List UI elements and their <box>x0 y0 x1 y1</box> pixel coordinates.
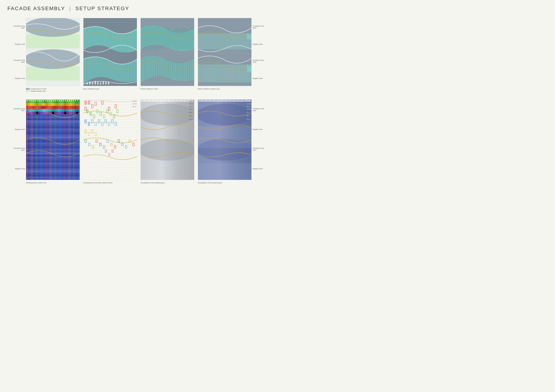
svg-rect-46 <box>105 82 106 85</box>
svg-rect-405 <box>45 100 46 101</box>
zone-label-2-transition1: Transition Zone"Eye" <box>8 108 25 111</box>
svg-rect-779 <box>198 126 252 148</box>
svg-point-660 <box>140 104 194 126</box>
svg-rect-635 <box>160 100 161 102</box>
svg-rect-638 <box>164 100 165 102</box>
svg-point-777 <box>198 104 252 126</box>
svg-rect-353 <box>26 118 80 120</box>
diagram-label-1-2: Basic subdivision grid <box>83 88 99 90</box>
svg-rect-623 <box>144 100 145 102</box>
svg-rect-362 <box>26 136 80 138</box>
svg-rect-765 <box>235 100 236 101</box>
svg-rect-415 <box>65 100 66 101</box>
svg-rect-275 <box>38 106 40 109</box>
svg-rect-773 <box>245 100 246 102</box>
svg-rect-378 <box>26 168 80 171</box>
svg-rect-368 <box>26 148 80 150</box>
svg-rect-649 <box>179 100 180 101</box>
svg-rect-42 <box>95 81 96 85</box>
diagram-label-2-4: Visualisation of the facade layout <box>198 182 222 184</box>
svg-rect-628 <box>151 100 152 101</box>
diagram-svg-2-1: 119.6 m 115.0 m 109 m 103.6 m 100 m 95 m… <box>26 100 80 180</box>
svg-rect-761 <box>229 100 230 102</box>
svg-rect-408 <box>51 100 52 101</box>
svg-text:100 m: 100 m <box>75 113 79 115</box>
svg-rect-393 <box>68 100 71 180</box>
label-2-2: Populating the Sets with module frames <box>83 182 137 184</box>
svg-rect-764 <box>233 100 234 102</box>
diagram-label-2-1: Distributing the module sets <box>26 182 46 184</box>
svg-rect-411 <box>57 100 58 101</box>
label-2-4: Visualisation of the facade layout <box>198 182 252 184</box>
svg-rect-127 <box>178 26 179 28</box>
diagram-label-1-4: Panels related to regular area <box>198 88 220 90</box>
svg-rect-403 <box>41 100 42 101</box>
zone-label-r2-transition1: Transition Zone"Eye" <box>253 108 269 111</box>
legend-text-regular: Regular facade area <box>30 90 46 92</box>
svg-rect-211 <box>247 65 248 72</box>
svg-rect-754 <box>220 100 221 101</box>
svg-rect-750 <box>215 100 216 101</box>
svg-rect-41 <box>92 82 93 85</box>
svg-rect-406 <box>47 100 48 101</box>
svg-rect-771 <box>243 100 244 101</box>
svg-rect-382 <box>26 177 80 178</box>
svg-rect-39 <box>87 82 88 85</box>
svg-rect-545 <box>87 110 88 113</box>
svg-rect-748 <box>212 100 213 101</box>
svg-rect-652 <box>183 100 184 101</box>
svg-rect-767 <box>237 100 238 102</box>
svg-rect-394 <box>73 100 75 180</box>
svg-rect-379 <box>26 171 80 172</box>
svg-text:90 m: 90 m <box>189 115 192 116</box>
cell-2-2: 119.6 m 115.0 m 109 m Populating the Set… <box>83 100 137 184</box>
svg-rect-772 <box>244 100 245 101</box>
label-2-3: Visualisation of the facade layout <box>140 182 194 184</box>
svg-rect-407 <box>49 100 50 101</box>
zone-label-r2-regular2: Regular Zone <box>253 168 269 170</box>
svg-rect-770 <box>241 100 242 102</box>
svg-point-3 <box>26 18 80 37</box>
svg-rect-329 <box>38 112 40 114</box>
cell-1-1: Transition Zone"Eye" Regular Zone Transi… <box>26 18 80 92</box>
svg-rect-644 <box>172 100 173 102</box>
svg-rect-641 <box>168 100 169 102</box>
svg-rect-412 <box>59 100 60 101</box>
svg-rect-762 <box>231 100 232 101</box>
zone-label-2-regular2: Regular Zone <box>8 168 25 170</box>
svg-rect-289 <box>66 106 68 109</box>
svg-rect-763 <box>232 100 233 101</box>
svg-rect-374 <box>26 160 80 163</box>
svg-rect-248 <box>38 103 40 106</box>
svg-text:90 m: 90 m <box>246 115 249 116</box>
svg-rect-125 <box>164 28 165 29</box>
svg-rect-399 <box>33 100 34 101</box>
svg-rect-742 <box>204 100 205 101</box>
diagram-svg-1-3 <box>140 18 194 86</box>
svg-rect-747 <box>211 100 212 101</box>
zone-label-r2-regular1: Regular Zone <box>253 128 269 130</box>
zone-label-r-regular2: Regular Zone <box>253 78 269 79</box>
svg-text:118.6 m: 118.6 m <box>246 100 251 102</box>
svg-rect-255 <box>52 103 54 106</box>
page-title: FACADE ASSEMBLY | SETUP STRATEGY <box>7 6 270 12</box>
svg-rect-397 <box>29 100 29 101</box>
zone-label-transition1: Transition Zone"Eye" <box>8 25 25 29</box>
svg-rect-647 <box>176 100 177 102</box>
svg-rect-400 <box>35 100 36 101</box>
svg-text:81.8 m: 81.8 m <box>75 127 79 129</box>
svg-rect-639 <box>165 100 166 101</box>
svg-rect-646 <box>175 100 176 101</box>
svg-rect-755 <box>221 100 222 102</box>
svg-rect-398 <box>31 100 32 101</box>
title-part1: FACADE ASSEMBLY <box>7 6 65 11</box>
diagram-svg-2-4: 118.6 m 112.8 m 109 m 103.6 m 95 m 90 m … <box>198 100 252 180</box>
diagram-svg-2-2: 119.6 m 115.0 m 109 m <box>83 100 137 180</box>
svg-rect-633 <box>157 100 158 101</box>
svg-text:115.0 m: 115.0 m <box>132 103 137 105</box>
svg-rect-548 <box>88 122 89 125</box>
svg-rect-740 <box>201 100 202 102</box>
zone-label-regular1: Regular Zone <box>8 43 25 45</box>
svg-rect-759 <box>227 100 227 101</box>
svg-rect-746 <box>209 100 210 102</box>
